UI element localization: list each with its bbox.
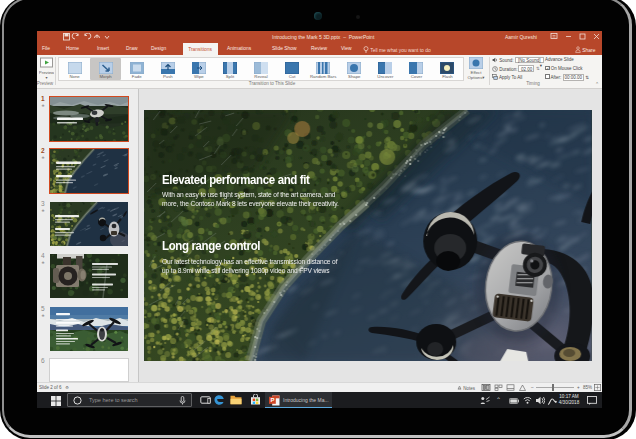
svg-text:P: P (270, 397, 274, 403)
